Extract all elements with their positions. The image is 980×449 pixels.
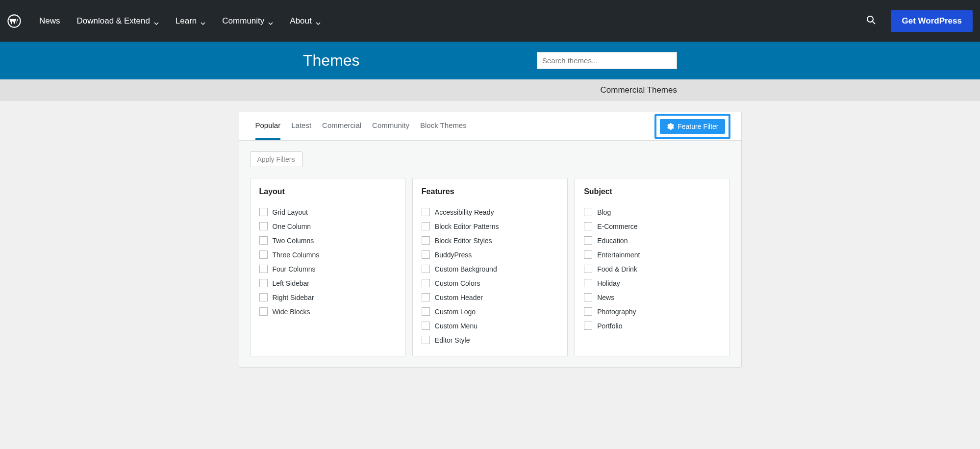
commercial-themes-link[interactable]: Commercial Themes <box>600 85 677 95</box>
tab-community[interactable]: Community <box>372 112 409 140</box>
feature-filter-label: Feature Filter <box>678 123 718 130</box>
checkbox[interactable] <box>422 307 430 316</box>
checkbox[interactable] <box>259 293 268 301</box>
nav-item-download[interactable]: Download & Extend <box>71 11 165 31</box>
checkbox[interactable] <box>584 322 592 330</box>
nav-item-learn[interactable]: Learn <box>170 11 211 31</box>
checkbox[interactable] <box>422 265 430 273</box>
checkbox[interactable] <box>259 307 268 316</box>
filter-label: Block Editor Styles <box>435 237 492 245</box>
subheader: Commercial Themes <box>0 79 980 101</box>
filter-item[interactable]: Food & Drink <box>584 262 721 276</box>
filter-label: Photography <box>597 308 636 316</box>
checkbox[interactable] <box>584 307 592 316</box>
filter-item[interactable]: Holiday <box>584 276 721 290</box>
filter-label: Wide Blocks <box>273 308 310 316</box>
checkbox[interactable] <box>422 322 430 330</box>
filter-item[interactable]: Photography <box>584 304 721 319</box>
filter-item[interactable]: Wide Blocks <box>259 304 396 319</box>
checkbox[interactable] <box>422 236 430 245</box>
checkbox[interactable] <box>584 222 592 230</box>
filter-item[interactable]: BuddyPress <box>422 248 558 262</box>
filter-item[interactable]: Blog <box>584 205 721 219</box>
filter-item[interactable]: Grid Layout <box>259 205 396 219</box>
filter-item[interactable]: Left Sidebar <box>259 276 396 290</box>
checkbox[interactable] <box>584 279 592 287</box>
filter-label: Custom Background <box>435 265 497 273</box>
filter-label: Education <box>597 237 628 245</box>
checkbox[interactable] <box>259 236 268 245</box>
checkbox[interactable] <box>259 265 268 273</box>
filter-item[interactable]: Entertainment <box>584 248 721 262</box>
filter-item[interactable]: Custom Header <box>422 290 558 304</box>
filter-item[interactable]: Custom Background <box>422 262 558 276</box>
filter-item[interactable]: Right Sidebar <box>259 290 396 304</box>
tab-latest[interactable]: Latest <box>291 112 311 140</box>
nav-item-about[interactable]: About <box>284 11 326 31</box>
gear-icon <box>666 123 674 130</box>
filter-label: BuddyPress <box>435 251 472 259</box>
filter-item[interactable]: Custom Menu <box>422 319 558 333</box>
nav-item-community[interactable]: Community <box>216 11 279 31</box>
tab-block-themes[interactable]: Block Themes <box>420 112 467 140</box>
filter-label: Custom Logo <box>435 308 476 316</box>
filter-item[interactable]: Portfolio <box>584 319 721 333</box>
filter-item[interactable]: E-Commerce <box>584 219 721 233</box>
tab-popular[interactable]: Popular <box>255 112 281 140</box>
checkbox[interactable] <box>259 222 268 230</box>
apply-filters-button[interactable]: Apply Filters <box>250 151 302 167</box>
checkbox[interactable] <box>259 208 268 216</box>
filter-label: Custom Colors <box>435 279 480 287</box>
checkbox[interactable] <box>422 279 430 287</box>
filter-label: Right Sidebar <box>273 294 314 301</box>
nav-label: News <box>39 16 60 26</box>
tab-commercial[interactable]: Commercial <box>322 112 361 140</box>
checkbox[interactable] <box>584 236 592 245</box>
svg-point-1 <box>867 16 873 22</box>
filter-label: Two Columns <box>273 237 314 245</box>
filter-label: One Column <box>273 223 311 230</box>
checkbox[interactable] <box>422 336 430 344</box>
page-header: Themes <box>0 42 980 79</box>
checkbox[interactable] <box>259 279 268 287</box>
nav-item-news[interactable]: News <box>33 11 66 31</box>
search-icon[interactable] <box>866 15 876 27</box>
filter-item[interactable]: Four Columns <box>259 262 396 276</box>
filter-label: Custom Header <box>435 294 483 301</box>
filter-item[interactable]: One Column <box>259 219 396 233</box>
checkbox[interactable] <box>584 293 592 301</box>
page-title: Themes <box>303 51 360 70</box>
filter-item[interactable]: Three Columns <box>259 248 396 262</box>
filter-label: Four Columns <box>273 265 316 273</box>
filter-item[interactable]: Block Editor Styles <box>422 233 558 248</box>
feature-filter-button[interactable]: Feature Filter <box>660 119 725 134</box>
checkbox[interactable] <box>422 293 430 301</box>
filter-content: Apply Filters LayoutGrid LayoutOne Colum… <box>239 141 741 367</box>
filter-label: Custom Menu <box>435 322 477 330</box>
checkbox[interactable] <box>584 208 592 216</box>
filter-label: Holiday <box>597 279 620 287</box>
checkbox[interactable] <box>422 222 430 230</box>
checkbox[interactable] <box>422 250 430 259</box>
search-themes-input[interactable] <box>537 52 677 69</box>
nav-label: Download & Extend <box>77 16 150 26</box>
filter-item[interactable]: Editor Style <box>422 333 558 347</box>
checkbox[interactable] <box>584 250 592 259</box>
filter-item[interactable]: News <box>584 290 721 304</box>
filter-item[interactable]: Custom Colors <box>422 276 558 290</box>
filter-label: Portfolio <box>597 322 622 330</box>
filter-label: Accessibility Ready <box>435 208 494 216</box>
nav-label: About <box>290 16 311 26</box>
wordpress-logo-icon[interactable] <box>7 14 21 28</box>
checkbox[interactable] <box>422 208 430 216</box>
filter-item[interactable]: Custom Logo <box>422 304 558 319</box>
checkbox[interactable] <box>584 265 592 273</box>
filter-item[interactable]: Two Columns <box>259 233 396 248</box>
filter-item[interactable]: Accessibility Ready <box>422 205 558 219</box>
get-wordpress-button[interactable]: Get WordPress <box>891 10 973 32</box>
filter-item[interactable]: Block Editor Patterns <box>422 219 558 233</box>
filter-columns: LayoutGrid LayoutOne ColumnTwo ColumnsTh… <box>250 178 730 356</box>
filter-item[interactable]: Education <box>584 233 721 248</box>
filter-column-title: Subject <box>584 187 721 196</box>
checkbox[interactable] <box>259 250 268 259</box>
